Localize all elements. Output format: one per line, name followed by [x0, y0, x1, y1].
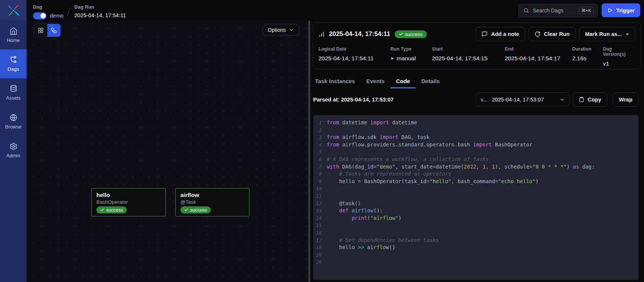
clear-run-button[interactable]: Clear Run [528, 27, 576, 41]
tab-task-instances[interactable]: Task Instances [313, 75, 360, 88]
sidebar-item-assets[interactable]: Assets [0, 78, 27, 107]
breadcrumb: Dag demo Dag Run 2025-04-14, 17:54:11 [33, 1, 126, 19]
add-note-button[interactable]: Add a note [476, 27, 525, 41]
task-node-hello[interactable]: hello BashOperator success [91, 188, 166, 216]
task-node-title: airflow [180, 192, 244, 198]
dag-pause-toggle[interactable] [33, 12, 47, 19]
code-line: 14 print("airflow") [313, 215, 638, 222]
meta-label-logical-date: Logical Date [318, 46, 390, 52]
grid-icon [38, 27, 44, 34]
chevron-down-icon [289, 27, 294, 33]
check-icon [100, 208, 104, 212]
note-bubble-icon [482, 31, 488, 37]
code-line: 3from airflow.sdk import DAG, task [313, 134, 638, 141]
tab-code[interactable]: Code [390, 75, 416, 88]
meta-value-start: 2025-04-14, 17:54:15 [432, 55, 505, 62]
globe-icon [9, 113, 18, 122]
meta-value-run-type: manual [390, 55, 432, 62]
parsed-at-text: Parsed at: 2025-04-14, 17:53:07 [313, 97, 393, 103]
task-node-operator: @Task [180, 199, 244, 205]
tab-events[interactable]: Events [360, 75, 390, 88]
code-line: 8 # Tasks are represented as operators [313, 170, 638, 178]
grid-view-button[interactable] [34, 24, 47, 37]
dag-source-code: 1from datetime import datetime23from air… [313, 119, 638, 266]
wrap-code-button[interactable]: Wrap [613, 93, 638, 107]
sidebar-item-admin[interactable]: Admin [0, 136, 27, 165]
sidebar-item-dags[interactable]: Dags [0, 49, 27, 78]
mark-run-as-label: Mark Run as... [585, 31, 622, 37]
run-metadata-row: Logical Date 2025-04-14, 17:54:11 Run Ty… [318, 46, 635, 67]
dag-run-detail-panel: 2025-04-14, 17:54:11 success Add a note … [310, 21, 644, 282]
sidebar-nav: Home Dags Assets Browse Admin [0, 21, 27, 282]
chevron-down-icon [560, 97, 565, 102]
code-line: 5 [313, 148, 638, 156]
task-status-badge: success [96, 206, 127, 213]
task-status-badge: success [180, 206, 211, 213]
add-note-label: Add a note [491, 31, 519, 37]
task-node-airflow[interactable]: airflow @Task success [175, 188, 249, 216]
meta-label-end: End [504, 46, 572, 52]
version-value: 2025-04-14, 17:53:07 [492, 97, 555, 103]
code-line: 2 [313, 127, 638, 134]
code-line: 18 hello >> airflow() [313, 244, 638, 251]
sidebar-item-label: Browse [5, 124, 21, 130]
version-prefix: v... [481, 97, 488, 103]
sidebar-item-label: Assets [6, 95, 21, 101]
breadcrumb-dag-name-link[interactable]: demo [50, 13, 63, 19]
dag-graph-canvas[interactable]: Options hello BashOperator success airfl… [27, 21, 308, 282]
toggle-knob [41, 13, 46, 18]
copy-code-button[interactable]: Copy [573, 93, 607, 107]
breadcrumb-dagrun-value: 2025-04-14, 17:54:11 [74, 12, 126, 18]
airflow-logo[interactable] [0, 0, 27, 21]
search-dags-input[interactable]: Search Dags ⌘+K [518, 4, 598, 17]
code-line: 20 [313, 258, 638, 266]
tab-details[interactable]: Details [416, 75, 445, 88]
dag-source-code-viewer[interactable]: 1from datetime import datetime23from air… [313, 115, 638, 280]
code-line: 6# A DAG represents a workflow, a collec… [313, 156, 638, 163]
trigger-button[interactable]: Trigger [602, 3, 640, 17]
meta-value-end: 2025-04-14, 17:54:17 [504, 55, 572, 62]
manual-run-play-icon [390, 57, 394, 60]
copy-label: Copy [588, 97, 601, 103]
options-label: Options [268, 27, 286, 33]
code-line: 7with DAG(dag_id="demo", start_date=date… [313, 163, 638, 171]
sidebar-item-label: Dags [8, 66, 19, 72]
database-icon [9, 85, 18, 93]
breadcrumb-separator [67, 7, 71, 16]
bar-chart-icon [318, 31, 325, 37]
code-line: 4from airflow.providers.standard.operato… [313, 141, 638, 149]
check-icon [184, 208, 188, 212]
play-icon [607, 7, 613, 13]
sidebar-item-browse[interactable]: Browse [0, 107, 27, 136]
meta-label-duration: Duration [572, 46, 603, 52]
run-summary-card: 2025-04-14, 17:54:11 success Add a note … [313, 22, 641, 69]
workflow-icon [51, 27, 57, 34]
breadcrumb-dag-label: Dag [33, 4, 63, 10]
sidebar-item-home[interactable]: Home [0, 21, 27, 49]
graph-view-button[interactable] [47, 24, 60, 37]
run-status-badge: success [395, 30, 427, 38]
run-title: 2025-04-14, 17:54:11 [329, 30, 390, 38]
clear-run-label: Clear Run [544, 31, 570, 37]
meta-label-dag-versions: Dag Version(s) [603, 46, 635, 57]
search-placeholder: Search Dags [533, 7, 575, 13]
home-icon [9, 27, 18, 35]
breadcrumb-dagrun-label: Dag Run [74, 4, 126, 10]
code-line: 19 [313, 251, 638, 259]
meta-label-run-type: Run Type [390, 46, 432, 52]
dag-version-select[interactable]: v... 2025-04-14, 17:53:07 [476, 93, 570, 106]
mark-run-as-button[interactable]: Mark Run as... [579, 27, 635, 41]
code-line: 10 [313, 185, 638, 192]
code-toolbar: Parsed at: 2025-04-14, 17:53:07 v... 202… [313, 93, 638, 106]
code-line: 15 [313, 222, 638, 229]
wrap-label: Wrap [619, 97, 632, 103]
sidebar-item-label: Home [7, 37, 20, 43]
graph-options-button[interactable]: Options [263, 24, 299, 36]
run-detail-tabs: Task Instances Events Code Details [313, 75, 445, 88]
code-line: 9 hello = BashOperator(task_id="hello", … [313, 178, 638, 185]
check-icon [399, 32, 403, 36]
code-line: 12 @task() [313, 200, 638, 207]
caret-down-icon [625, 32, 629, 36]
meta-value-duration: 2.16s [572, 55, 603, 62]
task-node-operator: BashOperator [96, 199, 161, 205]
